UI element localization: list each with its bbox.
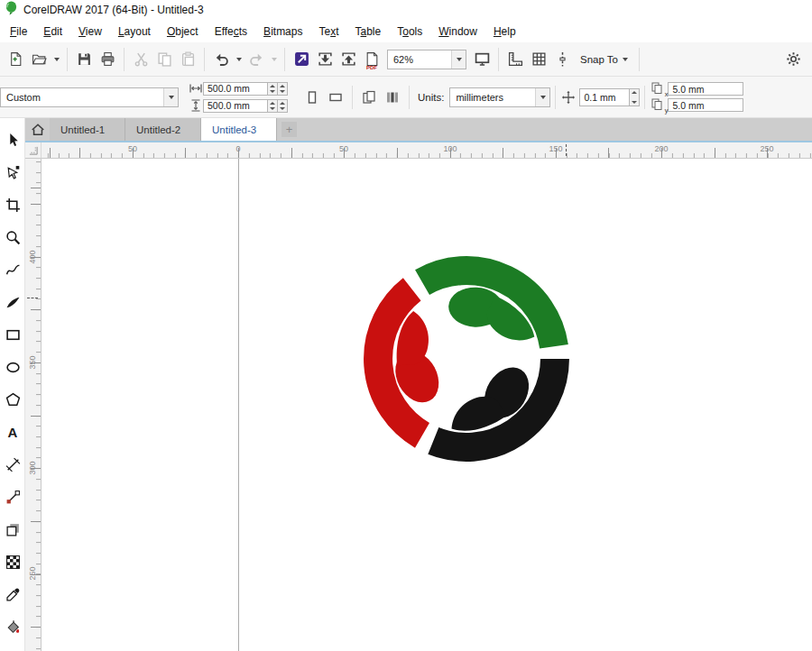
menu-tools[interactable]: Tools [389,22,430,41]
rulers-toggle-button[interactable] [503,47,527,72]
current-page-button[interactable] [381,84,404,111]
redo-dropdown[interactable] [268,47,280,72]
artistic-media-tool[interactable] [0,286,25,318]
menu-view[interactable]: View [70,22,110,41]
new-document-button[interactable] [4,47,27,72]
magnifier-icon [5,230,21,245]
nudge-spinner[interactable] [630,88,640,106]
brush-stroke-icon [5,295,21,310]
tab-untitled-1[interactable]: Untitled-1 [50,118,125,141]
new-tab-button[interactable]: + [281,122,297,137]
units-dropdown[interactable] [535,88,549,106]
import-button[interactable] [313,47,337,72]
toolbar-separator [67,48,68,71]
crop-tool[interactable] [0,188,25,221]
landscape-button[interactable] [324,84,347,111]
zoom-level-combobox[interactable]: 62% [387,50,466,69]
tab-untitled-2[interactable]: Untitled-2 [125,118,201,141]
shape-tool[interactable] [0,156,25,188]
page-width-spinner-alt[interactable] [278,82,288,96]
toolbar-separator [284,48,285,71]
text-tool[interactable]: A [0,416,25,448]
duplicate-x-field[interactable]: 5.0 mm [668,82,743,96]
menu-bitmaps[interactable]: Bitmaps [255,22,310,41]
portrait-button[interactable] [300,84,324,111]
spin-up-icon [280,85,285,87]
pick-tool[interactable] [0,124,25,156]
preset-dropdown[interactable] [163,88,178,106]
duplicate-x-icon: x [651,82,668,96]
checkerboard-icon [5,555,21,570]
v-ruler-label: 400 [28,250,37,263]
publish-pdf-button[interactable]: PDF [360,47,383,72]
open-dropdown[interactable] [51,47,62,72]
freehand-tool[interactable] [0,253,25,286]
h-ruler-label: 50 [339,144,348,153]
fill-bucket-icon [5,619,21,635]
drop-shadow-tool[interactable] [0,513,25,546]
page-width-spinner[interactable] [268,82,278,96]
menu-table[interactable]: Table [347,22,390,41]
snap-to-dropdown[interactable]: Snap To [574,48,634,71]
zoom-dropdown[interactable] [451,50,466,69]
menu-effects[interactable]: Effects [207,22,255,41]
guidelines-toggle-button[interactable] [550,47,574,72]
coreldraw-window: CorelDRAW 2017 (64-Bit) - Untitled-3 Fil… [0,0,812,651]
h-ruler-label: 50 [128,144,137,153]
undo-button[interactable] [209,47,233,72]
nudge-distance-field[interactable]: 0.1 mm [579,88,630,106]
units-combobox[interactable]: millimeters [449,87,550,107]
menu-edit[interactable]: Edit [35,22,70,41]
polygon-tool[interactable] [0,383,25,416]
color-eyedropper-tool[interactable] [0,578,25,610]
ruler-origin-box[interactable] [25,142,42,159]
menu-help[interactable]: Help [485,22,524,41]
spin-up-icon [280,102,285,105]
search-content-button[interactable] [290,47,313,72]
page-height-field[interactable]: 500.0 mm [203,99,268,113]
page-height-spinner-alt[interactable] [278,99,288,113]
cut-button[interactable] [129,47,152,72]
open-button[interactable] [27,47,51,72]
logo-artwork[interactable] [363,255,570,463]
save-button[interactable] [72,47,96,72]
menu-window[interactable]: Window [430,22,485,41]
welcome-home-button[interactable] [25,118,50,141]
ellipse-tool[interactable] [0,351,25,383]
menu-layout[interactable]: Layout [110,22,159,41]
export-button[interactable] [337,47,360,72]
export-icon [341,51,356,67]
logo-green-segment [410,255,570,371]
page-preset-combobox[interactable]: Custom [0,87,179,107]
zoom-tool[interactable] [0,221,25,253]
vertical-ruler[interactable]: 400 350 300 250 [25,159,42,651]
redo-button[interactable] [245,47,268,72]
undo-dropdown[interactable] [233,47,245,72]
horizontal-ruler[interactable]: 50 0 50 100 150 200 250 [42,142,812,159]
grid-icon [531,51,547,67]
connector-tool[interactable] [0,481,25,513]
duplicate-y-field[interactable]: 5.0 mm [668,98,743,112]
transparency-tool[interactable] [0,546,25,578]
toolbar-separator [498,48,499,71]
undo-arrow-icon [214,51,229,67]
print-button[interactable] [96,47,119,72]
all-pages-button[interactable] [357,84,381,111]
rectangle-tool[interactable] [0,318,25,351]
paste-button[interactable] [176,47,199,72]
page-width-field[interactable]: 500.0 mm [203,82,268,96]
h-ruler-label: 150 [549,144,562,153]
interactive-fill-tool[interactable] [0,610,25,643]
propbar-separator [555,86,556,109]
menu-object[interactable]: Object [159,22,207,41]
grid-toggle-button[interactable] [527,47,550,72]
fullscreen-preview-button[interactable] [470,47,494,72]
options-button[interactable] [781,47,805,72]
tab-untitled-3[interactable]: Untitled-3 [201,118,277,141]
menu-text[interactable]: Text [310,22,346,41]
page-height-spinner[interactable] [268,99,278,113]
parallel-dimension-tool[interactable] [0,448,25,481]
menu-file[interactable]: File [2,22,35,41]
drawing-canvas[interactable] [42,159,812,651]
copy-button[interactable] [152,47,176,72]
